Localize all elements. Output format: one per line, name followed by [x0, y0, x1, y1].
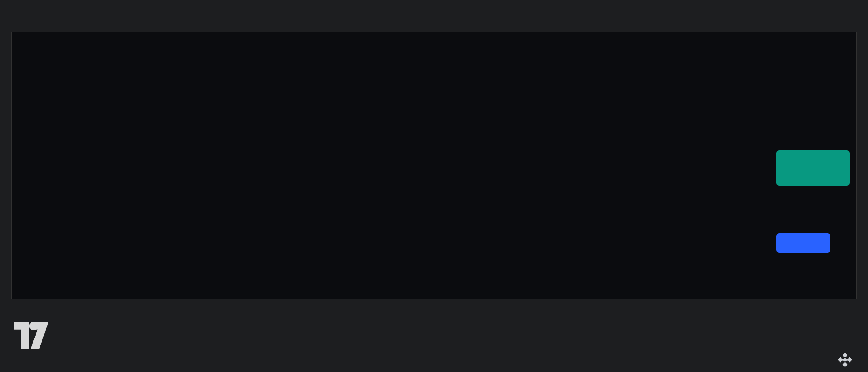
rsi-value-tag [776, 233, 830, 253]
binance-diamond-icon [838, 353, 852, 367]
tradingview-logo[interactable] [14, 321, 60, 349]
last-price-tag [776, 150, 850, 186]
screenshot-page [0, 0, 868, 372]
symbol-title [22, 44, 33, 60]
tradingview-logo-icon [14, 321, 51, 349]
price-chart-canvas[interactable] [0, 0, 868, 372]
watermark [838, 353, 856, 367]
